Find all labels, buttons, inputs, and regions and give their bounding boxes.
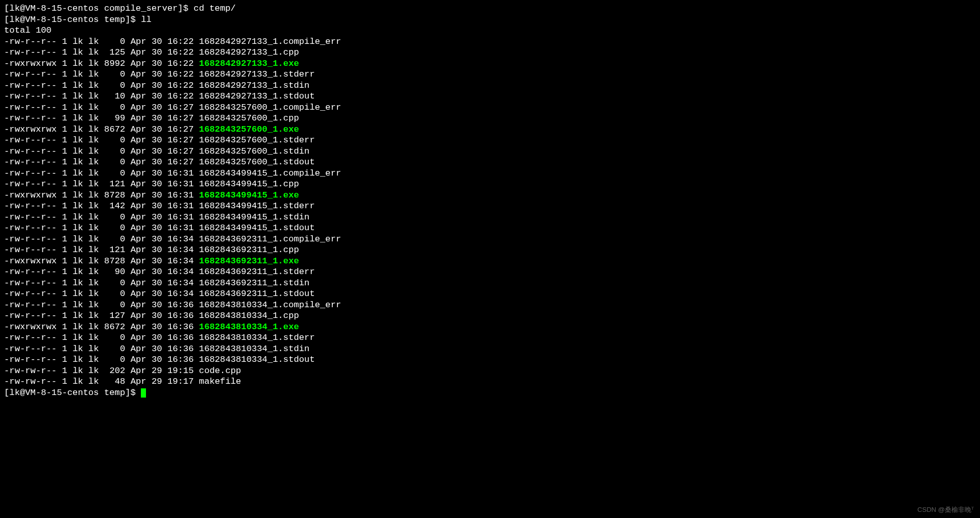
owner: lk (72, 223, 83, 233)
size: 0 (104, 81, 125, 90)
perm: -rw-r--r-- (4, 300, 57, 310)
links: 1 (62, 278, 67, 288)
links: 1 (62, 125, 67, 134)
group: lk (88, 190, 99, 200)
filename: 1682842927133_1.stdout (199, 91, 315, 101)
links: 1 (62, 113, 67, 123)
filename: 1682842927133_1.stdin (199, 81, 310, 90)
month: Apr (131, 245, 146, 255)
links: 1 (62, 201, 67, 211)
month: Apr (131, 256, 146, 266)
file-row: -rw-r--r-- 1 lk lk 0 Apr 30 16:34 168284… (4, 289, 315, 299)
perm: -rw-r--r-- (4, 91, 57, 101)
owner: lk (72, 278, 83, 288)
perm: -rwxrwxrwx (4, 256, 57, 266)
links: 1 (62, 377, 67, 386)
day: 30 (152, 125, 162, 134)
time: 16:34 (167, 234, 194, 244)
owner: lk (72, 201, 83, 211)
size: 99 (104, 113, 125, 123)
perm: -rw-r--r-- (4, 47, 57, 57)
perm: -rw-r--r-- (4, 223, 57, 233)
perm: -rw-r--r-- (4, 267, 57, 277)
perm: -rw-r--r-- (4, 179, 57, 189)
links: 1 (62, 245, 67, 255)
month: Apr (131, 103, 146, 112)
owner: lk (72, 377, 83, 386)
day: 30 (152, 201, 162, 211)
perm: -rw-r--r-- (4, 355, 57, 364)
owner: lk (72, 179, 83, 189)
size: 8728 (104, 256, 125, 266)
filename: 1682843692311_1.stderr (199, 267, 315, 277)
group: lk (88, 256, 99, 266)
time: 16:22 (167, 37, 194, 46)
month: Apr (131, 311, 146, 320)
group: lk (88, 366, 99, 376)
month: Apr (131, 179, 146, 189)
file-row: -rw-r--r-- 1 lk lk 121 Apr 30 16:31 1682… (4, 179, 299, 189)
day: 30 (152, 179, 162, 189)
links: 1 (62, 322, 67, 332)
time: 16:34 (167, 245, 194, 255)
file-row: -rw-r--r-- 1 lk lk 99 Apr 30 16:27 16828… (4, 113, 299, 123)
size: 202 (104, 366, 125, 376)
month: Apr (131, 355, 146, 364)
size: 0 (104, 212, 125, 222)
size: 0 (104, 168, 125, 178)
group: lk (88, 157, 99, 167)
owner: lk (72, 256, 83, 266)
size: 0 (104, 135, 125, 145)
perm: -rw-rw-r-- (4, 366, 57, 376)
month: Apr (131, 168, 146, 178)
owner: lk (72, 69, 83, 79)
filename: 1682842927133_1.exe (199, 59, 299, 68)
day: 30 (152, 135, 162, 145)
file-row: -rwxrwxrwx 1 lk lk 8672 Apr 30 16:36 168… (4, 322, 299, 332)
file-listing: -rw-r--r-- 1 lk lk 0 Apr 30 16:22 168284… (4, 37, 341, 387)
group: lk (88, 135, 99, 145)
month: Apr (131, 47, 146, 57)
perm: -rw-r--r-- (4, 234, 57, 244)
filename: 1682843692311_1.exe (199, 256, 299, 266)
month: Apr (131, 344, 146, 354)
file-row: -rwxrwxrwx 1 lk lk 8672 Apr 30 16:27 168… (4, 125, 299, 134)
month: Apr (131, 135, 146, 145)
day: 30 (152, 355, 162, 364)
time: 16:36 (167, 344, 194, 354)
links: 1 (62, 190, 67, 200)
perm: -rw-r--r-- (4, 344, 57, 354)
filename: 1682843257600_1.compile_err (199, 103, 341, 112)
file-row: -rw-r--r-- 1 lk lk 10 Apr 30 16:22 16828… (4, 91, 315, 101)
time: 16:22 (167, 59, 194, 68)
month: Apr (131, 267, 146, 277)
links: 1 (62, 157, 67, 167)
time: 16:27 (167, 113, 194, 123)
links: 1 (62, 223, 67, 233)
filename: 1682843810334_1.stdin (199, 344, 310, 354)
time: 16:36 (167, 300, 194, 310)
day: 29 (152, 366, 162, 376)
size: 0 (104, 289, 125, 299)
size: 8672 (104, 125, 125, 134)
month: Apr (131, 190, 146, 200)
filename: 1682842927133_1.compile_err (199, 37, 341, 46)
group: lk (88, 103, 99, 112)
size: 125 (104, 47, 125, 57)
month: Apr (131, 157, 146, 167)
size: 0 (104, 223, 125, 233)
prompt-line-2: [lk@VM-8-15-centos temp]$ ll (4, 15, 152, 24)
size: 0 (104, 157, 125, 167)
size: 90 (104, 267, 125, 277)
terminal-output[interactable]: [lk@VM-8-15-centos compile_server]$ cd t… (0, 0, 980, 401)
command-text: cd temp/ (193, 4, 236, 13)
month: Apr (131, 125, 146, 134)
filename: 1682843692311_1.stdout (199, 289, 315, 299)
links: 1 (62, 300, 67, 310)
file-row: -rw-r--r-- 1 lk lk 0 Apr 30 16:22 168284… (4, 69, 315, 79)
filename: code.cpp (199, 366, 241, 376)
day: 30 (152, 190, 162, 200)
group: lk (88, 234, 99, 244)
command-text: ll (141, 15, 152, 24)
filename: 1682843257600_1.exe (199, 125, 299, 134)
